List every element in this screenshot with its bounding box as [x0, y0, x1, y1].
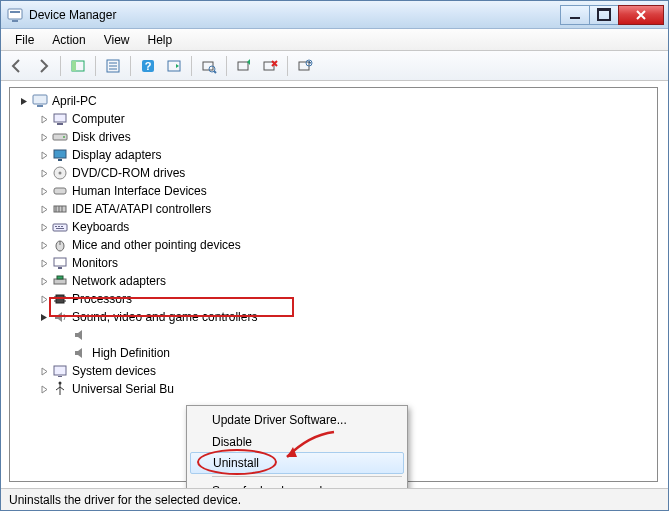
sound-icon [52, 309, 68, 325]
expand-icon[interactable] [38, 167, 50, 179]
ctx-separator [212, 476, 402, 477]
svg-rect-25 [54, 150, 66, 158]
svg-rect-43 [54, 279, 66, 284]
svg-rect-0 [8, 9, 22, 19]
expand-icon[interactable] [38, 293, 50, 305]
svg-point-28 [59, 172, 62, 175]
tree-category-monitors[interactable]: Monitors [14, 254, 657, 272]
collapse-icon[interactable] [38, 311, 50, 323]
tree-category-hid[interactable]: Human Interface Devices [14, 182, 657, 200]
svg-rect-44 [57, 276, 63, 279]
menu-help[interactable]: Help [140, 31, 181, 49]
help-button[interactable]: ? [136, 54, 160, 78]
action-button[interactable] [162, 54, 186, 78]
tree-category-processors[interactable]: Processors [14, 290, 657, 308]
expand-icon[interactable] [38, 221, 50, 233]
tree-category-network-adapters[interactable]: Network adapters [14, 272, 657, 290]
toolbar: ? [1, 51, 668, 81]
tree-category-mice[interactable]: Mice and other pointing devices [14, 236, 657, 254]
svg-line-14 [214, 71, 216, 73]
svg-rect-51 [58, 376, 62, 377]
statusbar-text: Uninstalls the driver for the selected d… [9, 493, 241, 507]
svg-rect-2 [12, 20, 18, 22]
speaker-icon [72, 327, 88, 343]
forward-button[interactable] [31, 54, 55, 78]
tree-category-keyboards[interactable]: Keyboards [14, 218, 657, 236]
menubar: File Action View Help [1, 29, 668, 51]
app-icon [7, 7, 23, 23]
svg-rect-26 [58, 159, 62, 161]
dvd-icon [52, 165, 68, 181]
svg-rect-37 [61, 226, 63, 227]
svg-point-52 [59, 382, 62, 385]
ctx-uninstall[interactable]: Uninstall [190, 452, 404, 474]
monitor-icon [52, 255, 68, 271]
expand-icon[interactable] [38, 149, 50, 161]
tree-category-system-devices[interactable]: System devices [14, 362, 657, 380]
expand-icon[interactable] [38, 365, 50, 377]
tree-category-ide-ata[interactable]: IDE ATA/ATAPI controllers [14, 200, 657, 218]
svg-rect-45 [56, 295, 64, 303]
menu-file[interactable]: File [7, 31, 42, 49]
close-button[interactable] [618, 5, 664, 25]
svg-rect-50 [54, 366, 66, 375]
svg-rect-19 [33, 95, 47, 104]
content-area: April-PC Computer Disk drives Display ad… [1, 81, 668, 488]
hid-icon [52, 183, 68, 199]
collapse-icon[interactable] [18, 95, 30, 107]
svg-rect-34 [53, 224, 67, 231]
menu-view[interactable]: View [96, 31, 138, 49]
svg-rect-36 [58, 226, 60, 227]
svg-rect-38 [56, 228, 64, 229]
svg-rect-15 [238, 62, 248, 70]
expand-icon[interactable] [38, 203, 50, 215]
tree-category-computer[interactable]: Computer [14, 110, 657, 128]
svg-rect-1 [10, 11, 20, 13]
ctx-disable[interactable]: Disable [190, 431, 404, 453]
window-title: Device Manager [29, 8, 116, 22]
computer-icon [32, 93, 48, 109]
update-driver-button[interactable] [232, 54, 256, 78]
svg-rect-4 [72, 61, 76, 71]
mouse-icon [52, 237, 68, 253]
minimize-button[interactable] [560, 5, 590, 25]
uninstall-button[interactable] [258, 54, 282, 78]
back-button[interactable] [5, 54, 29, 78]
tree-device-sound-child-1[interactable] [14, 326, 657, 344]
svg-rect-20 [37, 105, 43, 107]
expand-icon[interactable] [38, 239, 50, 251]
expand-icon[interactable] [38, 383, 50, 395]
network-icon [52, 273, 68, 289]
expand-icon[interactable] [38, 257, 50, 269]
svg-rect-29 [54, 188, 66, 194]
usb-icon [52, 381, 68, 397]
tree-root[interactable]: April-PC [14, 92, 657, 110]
ctx-update-driver[interactable]: Update Driver Software... [190, 409, 404, 431]
tree-category-disk-drives[interactable]: Disk drives [14, 128, 657, 146]
menu-action[interactable]: Action [44, 31, 93, 49]
keyboard-icon [52, 219, 68, 235]
svg-rect-21 [54, 114, 66, 122]
tree-category-usb[interactable]: Universal Serial Bu [14, 380, 657, 398]
expand-icon[interactable] [38, 113, 50, 125]
scan-devices-button[interactable] [197, 54, 221, 78]
tree-category-display-adapters[interactable]: Display adapters [14, 146, 657, 164]
tree-category-sound-video[interactable]: Sound, video and game controllers [14, 308, 657, 326]
tree-device-sound-child-2[interactable]: High Definition [14, 344, 657, 362]
tree-category-dvd-cd[interactable]: DVD/CD-ROM drives [14, 164, 657, 182]
context-menu: Update Driver Software... Disable Uninst… [186, 405, 408, 488]
expand-icon[interactable] [38, 185, 50, 197]
maximize-button[interactable] [589, 5, 619, 25]
speaker-icon [72, 345, 88, 361]
computer-category-icon [52, 111, 68, 127]
window: Device Manager File Action View Help ? [0, 0, 669, 511]
expand-icon[interactable] [38, 131, 50, 143]
enable-button[interactable] [293, 54, 317, 78]
display-icon [52, 147, 68, 163]
svg-text:?: ? [145, 60, 152, 72]
svg-rect-22 [57, 123, 63, 125]
properties-button[interactable] [101, 54, 125, 78]
show-hide-console-button[interactable] [66, 54, 90, 78]
expand-icon[interactable] [38, 275, 50, 287]
ctx-scan-hardware[interactable]: Scan for hardware changes [190, 480, 404, 488]
